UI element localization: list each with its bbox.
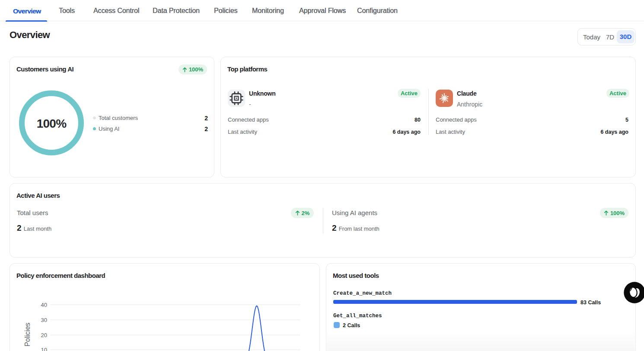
svg-text:40: 40	[41, 302, 47, 308]
svg-text:30: 30	[41, 317, 47, 323]
svg-text:20: 20	[41, 332, 47, 338]
svg-text:Policies: Policies	[24, 322, 31, 346]
svg-text:100%: 100%	[37, 117, 67, 130]
svg-text:10: 10	[41, 347, 47, 351]
